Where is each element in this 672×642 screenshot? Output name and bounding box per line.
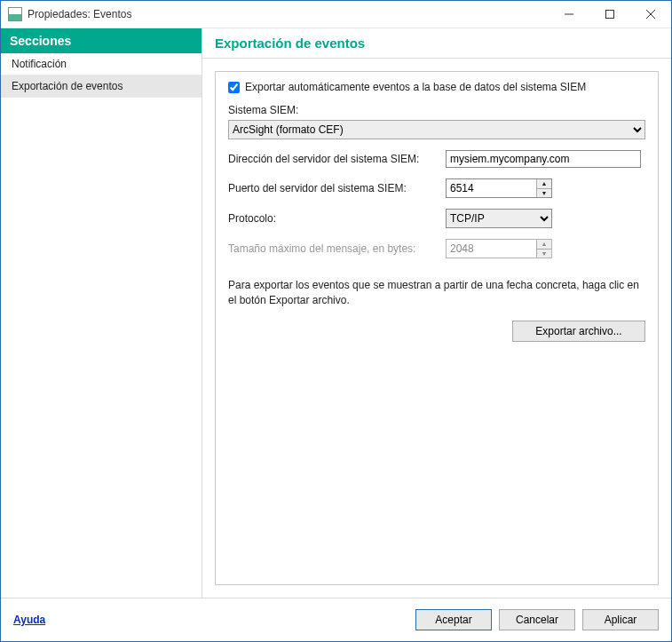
- auto-export-label: Exportar automáticamente eventos a la ba…: [245, 81, 586, 93]
- ok-button[interactable]: Aceptar: [415, 609, 492, 630]
- minimize-button[interactable]: [549, 1, 589, 28]
- main-panel: Exportación de eventos Exportar automáti…: [202, 28, 671, 598]
- maximize-icon: [605, 10, 614, 19]
- settings-panel: Exportar automáticamente eventos a la ba…: [215, 71, 659, 585]
- server-address-label: Dirección del servidor del sistema SIEM:: [228, 153, 446, 165]
- close-button[interactable]: [630, 1, 671, 28]
- msg-spin-up: ▲: [537, 240, 551, 249]
- svg-rect-1: [606, 11, 614, 19]
- max-message-spinner: ▲ ▼: [446, 239, 552, 258]
- sidebar: Secciones Notificación Exportación de ev…: [1, 28, 202, 598]
- close-icon: [646, 10, 655, 19]
- dialog-footer: Ayuda Aceptar Cancelar Aplicar: [1, 598, 671, 641]
- titlebar: Propiedades: Eventos: [1, 1, 671, 28]
- client-area: Secciones Notificación Exportación de ev…: [1, 28, 671, 598]
- sidebar-item-event-export[interactable]: Exportación de eventos: [1, 75, 202, 98]
- port-spin-down[interactable]: ▼: [537, 188, 551, 198]
- siem-system-select[interactable]: ArcSight (formato CEF): [228, 120, 645, 139]
- minimize-icon: [565, 10, 573, 19]
- server-port-spinner[interactable]: ▲ ▼: [446, 178, 552, 198]
- port-spin-up[interactable]: ▲: [537, 179, 551, 188]
- sidebar-item-label: Exportación de eventos: [12, 80, 123, 92]
- sidebar-header: Secciones: [1, 28, 202, 53]
- maximize-button[interactable]: [589, 1, 630, 28]
- server-address-input[interactable]: [446, 150, 641, 168]
- sidebar-item-label: Notificación: [12, 58, 67, 70]
- app-icon: [8, 7, 22, 21]
- max-message-label: Tamaño máximo del mensaje, en bytes:: [228, 242, 446, 255]
- apply-button[interactable]: Aplicar: [582, 609, 659, 630]
- window-title: Propiedades: Eventos: [28, 8, 131, 20]
- auto-export-checkbox-row[interactable]: Exportar automáticamente eventos a la ba…: [228, 81, 645, 93]
- auto-export-checkbox[interactable]: [228, 82, 240, 93]
- cancel-button[interactable]: Cancelar: [499, 609, 575, 630]
- protocol-label: Protocolo:: [228, 212, 446, 225]
- msg-spin-down: ▼: [537, 249, 551, 258]
- server-port-label: Puerto del servidor del sistema SIEM:: [228, 182, 446, 194]
- siem-system-label: Sistema SIEM:: [228, 104, 645, 116]
- protocol-select[interactable]: TCP/IP: [446, 209, 552, 228]
- help-link[interactable]: Ayuda: [13, 614, 45, 626]
- main-header: Exportación de eventos: [202, 28, 671, 59]
- export-file-button[interactable]: Exportar archivo...: [512, 321, 645, 342]
- sidebar-item-notification[interactable]: Notificación: [1, 53, 202, 75]
- dialog-window: Propiedades: Eventos Secciones Notificac…: [0, 0, 672, 642]
- export-info-text: Para exportar los eventos que se muestra…: [228, 278, 645, 308]
- max-message-input: [447, 240, 536, 258]
- server-port-input[interactable]: [447, 179, 536, 197]
